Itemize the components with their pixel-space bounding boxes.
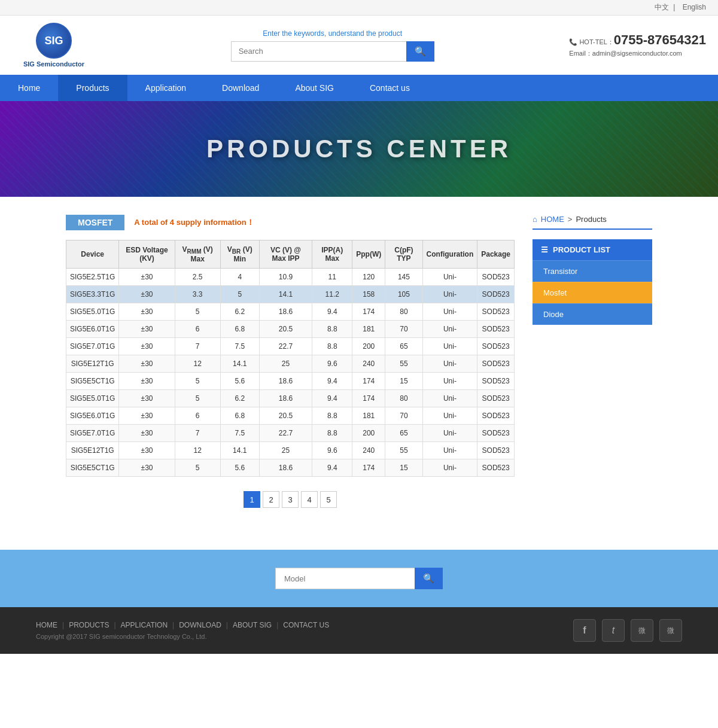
search-button[interactable]: 🔍	[406, 41, 434, 62]
table-row[interactable]: SIG5E6.0T1G±3066.820.58.818170Uni-SOD523	[66, 321, 515, 338]
home-icon: ⌂	[533, 215, 537, 224]
sidebar-mosfet[interactable]: Mosfet	[533, 282, 652, 303]
hottel-label: 📞 HOT-TEL：0755-87654321	[569, 32, 706, 48]
col-esd: ESD Voltage (KV)	[119, 240, 175, 269]
table-row[interactable]: SIG5E7.0T1G±3077.522.78.820065Uni-SOD523	[66, 425, 515, 442]
search-area: Enter the keywords, understand the produ…	[114, 29, 551, 62]
content-left: MOSFET A total of 4 supply information！ …	[66, 215, 515, 508]
col-vbr: VBR (V) Min	[220, 240, 259, 269]
product-list-header: ☰ PRODUCT LIST	[533, 239, 652, 260]
mosfet-badge: MOSFET	[66, 215, 124, 230]
col-vc: VC (V) @ Max IPP	[259, 240, 312, 269]
facebook-icon[interactable]: f	[573, 619, 596, 642]
col-cpf: C(pF) TYP	[385, 240, 422, 269]
supply-info: A total of 4 supply information！	[134, 217, 254, 228]
lang-en-link[interactable]: English	[683, 3, 706, 11]
logo-icon: SIG	[36, 23, 72, 59]
sidebar-transistor[interactable]: Transistor	[533, 260, 652, 282]
nav-download[interactable]: Download	[204, 75, 277, 101]
breadcrumb: ⌂ HOME > Products	[533, 215, 652, 230]
header: SIG SIG Semiconductor Enter the keywords…	[0, 16, 718, 75]
col-ppp: Ppp(W)	[352, 240, 385, 269]
page-4[interactable]: 4	[301, 491, 318, 508]
logo-area: SIG SIG Semiconductor	[12, 23, 96, 68]
table-row[interactable]: SIG5E12T1G±301214.1259.624055Uni-SOD523	[66, 355, 515, 373]
logo-subtext: SIG Semiconductor	[23, 60, 84, 68]
section-header: MOSFET A total of 4 supply information！	[66, 215, 515, 230]
pagination: 1 2 3 4 5	[66, 491, 515, 508]
nav-about[interactable]: About SIG	[277, 75, 352, 101]
footer-download[interactable]: DOWNLOAD	[179, 621, 221, 629]
footer: HOME | PRODUCTS | APPLICATION | DOWNLOAD…	[0, 607, 718, 654]
sidebar: ⌂ HOME > Products ☰ PRODUCT LIST Transis…	[533, 215, 652, 508]
bottom-search-area: 🔍	[0, 550, 718, 607]
footer-products[interactable]: PRODUCTS	[69, 621, 109, 629]
search-input[interactable]	[231, 41, 406, 62]
social-icons: f t 微 微	[573, 619, 682, 642]
bottom-search-box: 🔍	[275, 568, 443, 589]
footer-nav: HOME | PRODUCTS | APPLICATION | DOWNLOAD…	[36, 621, 329, 629]
search-box: 🔍	[231, 41, 434, 62]
nav-home[interactable]: Home	[0, 75, 58, 101]
twitter-icon[interactable]: t	[602, 619, 625, 642]
footer-copyright: Copyright @2017 SIG semiconductor Techno…	[36, 633, 207, 640]
hero-banner: PRODUCTS CENTER	[0, 101, 718, 197]
table-row[interactable]: SIG5E5CT1G±3055.618.69.417415Uni-SOD523	[66, 373, 515, 390]
search-hint: Enter the keywords, understand the produ…	[263, 29, 402, 38]
footer-links: HOME | PRODUCTS | APPLICATION | DOWNLOAD…	[36, 621, 329, 640]
main-content: MOSFET A total of 4 supply information！ …	[30, 197, 688, 526]
table-row[interactable]: SIG5E3.3T1G±303.3514.111.2158105Uni-SOD5…	[66, 286, 515, 303]
model-search-input[interactable]	[275, 568, 415, 589]
page-5[interactable]: 5	[320, 491, 337, 508]
email-label: Email：admin@sigsemiconductor.com	[569, 49, 706, 58]
page-2[interactable]: 2	[263, 491, 279, 508]
hero-title: PRODUCTS CENTER	[206, 135, 512, 163]
nav-products[interactable]: Products	[58, 75, 127, 101]
footer-home[interactable]: HOME	[36, 621, 57, 629]
lang-cn-link[interactable]: 中文	[655, 3, 669, 11]
table-row[interactable]: SIG5E12T1G±301214.1259.624055Uni-SOD523	[66, 442, 515, 459]
nav-contact[interactable]: Contact us	[352, 75, 428, 101]
footer-contact[interactable]: CONTACT US	[283, 621, 329, 629]
col-ipp: IPP(A) Max	[312, 240, 352, 269]
model-search-button[interactable]: 🔍	[415, 568, 443, 589]
sidebar-diode[interactable]: Diode	[533, 303, 652, 325]
breadcrumb-home[interactable]: HOME	[541, 215, 564, 224]
col-config: Configuration	[422, 240, 477, 269]
breadcrumb-separator: >	[568, 215, 573, 224]
col-device: Device	[66, 240, 119, 269]
list-icon: ☰	[541, 245, 548, 254]
table-row[interactable]: SIG5E5.0T1G±3056.218.69.417480Uni-SOD523	[66, 390, 515, 407]
footer-application[interactable]: APPLICATION	[121, 621, 168, 629]
wechat-icon[interactable]: 微	[659, 619, 682, 642]
table-row[interactable]: SIG5E5CT1G±3055.618.69.417415Uni-SOD523	[66, 459, 515, 477]
page-1[interactable]: 1	[244, 491, 260, 508]
col-pkg: Package	[477, 240, 515, 269]
page-3[interactable]: 3	[282, 491, 299, 508]
weibo-icon[interactable]: 微	[631, 619, 653, 642]
lang-divider: |	[673, 3, 675, 11]
col-vrmm: VRMM (V) Max	[175, 240, 220, 269]
breadcrumb-current: Products	[576, 215, 606, 224]
table-row[interactable]: SIG5E6.0T1G±3066.820.58.818170Uni-SOD523	[66, 407, 515, 425]
main-nav: Home Products Application Download About…	[0, 75, 718, 101]
products-table: Device ESD Voltage (KV) VRMM (V) Max VBR…	[66, 240, 515, 477]
table-row[interactable]: SIG5E2.5T1G±302.5410.911120145Uni-SOD523	[66, 269, 515, 286]
nav-application[interactable]: Application	[127, 75, 205, 101]
table-row[interactable]: SIG5E7.0T1G±3077.522.78.820065Uni-SOD523	[66, 338, 515, 355]
footer-about[interactable]: ABOUT SIG	[233, 621, 272, 629]
table-row[interactable]: SIG5E5.0T1G±3056.218.69.417480Uni-SOD523	[66, 303, 515, 321]
contact-area: 📞 HOT-TEL：0755-87654321 Email：admin@sigs…	[569, 32, 706, 58]
hottel-number: 0755-87654321	[614, 32, 706, 47]
top-bar: 中文 | English	[0, 0, 718, 16]
